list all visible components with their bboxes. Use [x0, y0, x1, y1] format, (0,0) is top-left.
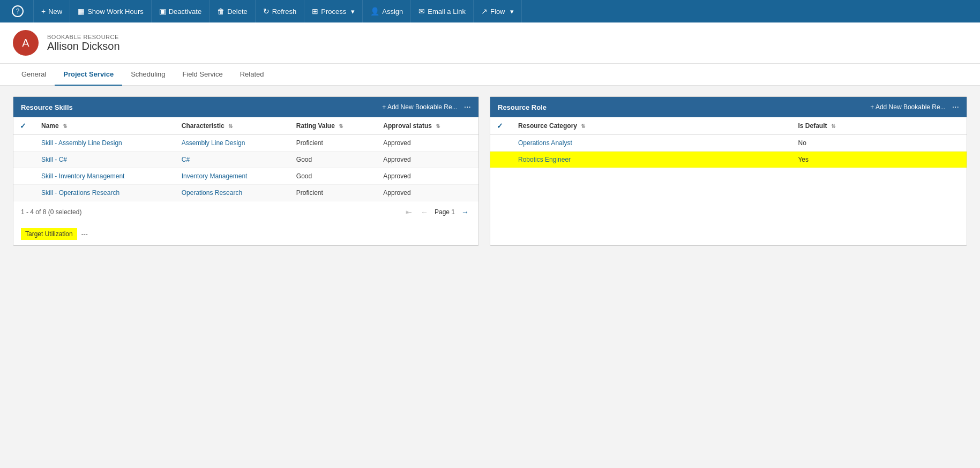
resource-role-table: ✓ Resource Category ⇅ Is Default ⇅ Opera…: [490, 117, 967, 168]
table-row: Skill - Inventory Management Inventory M…: [13, 168, 478, 185]
sort-category-icon: ⇅: [581, 123, 585, 129]
resource-skills-header: Resource Skills + Add New Bookable Re...…: [13, 97, 478, 117]
calendar-icon: ▦: [78, 7, 85, 16]
plus-icon: +: [41, 7, 46, 16]
entity-info: BOOKABLE RESOURCE Allison Dickson: [47, 34, 120, 52]
approval-cell: Approved: [377, 135, 478, 152]
delete-icon: 🗑: [217, 7, 225, 16]
approval-cell: Approved: [377, 152, 478, 168]
row-check[interactable]: [13, 168, 35, 185]
process-dropdown-icon: ▾: [351, 7, 355, 16]
nav-new[interactable]: + New: [34, 0, 70, 22]
nav-show-work-hours[interactable]: ▦ Show Work Hours: [70, 0, 152, 22]
tab-scheduling[interactable]: Scheduling: [122, 64, 174, 86]
rating-cell: Good: [290, 152, 377, 168]
page-header: A BOOKABLE RESOURCE Allison Dickson: [0, 22, 980, 64]
resource-skills-title: Resource Skills: [21, 103, 73, 111]
nav-delete[interactable]: 🗑 Delete: [210, 0, 256, 22]
tab-project-service[interactable]: Project Service: [55, 64, 122, 86]
target-utilization-value: ---: [81, 230, 88, 238]
sort-characteristic-icon: ⇅: [228, 123, 233, 129]
row-check[interactable]: [13, 152, 35, 168]
resource-skills-table: ✓ Name ⇅ Characteristic ⇅ Rating Value ⇅: [13, 117, 478, 201]
add-resource-role-button[interactable]: + Add New Bookable Re...: [870, 103, 945, 111]
row-check[interactable]: [13, 135, 35, 152]
entity-name: Allison Dickson: [47, 40, 120, 52]
sort-default-icon: ⇅: [831, 123, 835, 129]
role-default-cell: No: [791, 135, 967, 152]
resource-skills-actions: + Add New Bookable Re... ···: [382, 102, 471, 112]
skill-name-cell[interactable]: Skill - Assembly Line Design: [35, 135, 175, 152]
col-is-default[interactable]: Is Default ⇅: [791, 117, 967, 135]
characteristic-cell[interactable]: C#: [175, 152, 290, 168]
table-row: Skill - C# C# Good Approved: [13, 152, 478, 168]
role-col-check: ✓: [490, 117, 512, 135]
role-row-check[interactable]: [490, 152, 512, 168]
target-utilization-section: Target Utilization ---: [13, 223, 478, 245]
entity-type-label: BOOKABLE RESOURCE: [47, 34, 120, 40]
resource-role-header: Resource Role + Add New Bookable Re... ·…: [490, 97, 967, 117]
role-category-cell[interactable]: Operations Analyst: [512, 135, 791, 152]
pagination-summary: 1 - 4 of 8 (0 selected): [21, 208, 81, 216]
pag-first-button[interactable]: ⇤: [403, 207, 414, 217]
nav-refresh[interactable]: ↻ Refresh: [256, 0, 305, 22]
nav-process[interactable]: ⊞ Process ▾: [304, 0, 363, 22]
refresh-icon: ↻: [263, 7, 270, 16]
pagination: 1 - 4 of 8 (0 selected) ⇤ ← Page 1 →: [13, 201, 478, 223]
resource-skills-panel: Resource Skills + Add New Bookable Re...…: [13, 96, 479, 246]
col-characteristic[interactable]: Characteristic ⇅: [175, 117, 290, 135]
entity-icon: A: [13, 30, 39, 56]
sort-name-icon: ⇅: [63, 123, 67, 129]
col-resource-category[interactable]: Resource Category ⇅: [512, 117, 791, 135]
col-approval-status[interactable]: Approval status ⇅: [377, 117, 478, 135]
add-resource-skill-button[interactable]: + Add New Bookable Re...: [382, 103, 457, 111]
rating-cell: Proficient: [290, 135, 377, 152]
tab-related[interactable]: Related: [231, 64, 273, 86]
pag-prev-button[interactable]: ←: [418, 207, 430, 217]
role-row-check[interactable]: [490, 135, 512, 152]
approval-cell: Approved: [377, 185, 478, 201]
resource-skills-more-button[interactable]: ···: [464, 102, 471, 112]
deactivate-icon: ▣: [159, 7, 166, 16]
flow-dropdown-icon: ▾: [510, 7, 514, 16]
col-name[interactable]: Name ⇅: [35, 117, 175, 135]
tab-general[interactable]: General: [13, 64, 55, 86]
role-category-cell[interactable]: Robotics Engineer: [512, 152, 791, 168]
table-row: Skill - Assembly Line Design Assembly Li…: [13, 135, 478, 152]
assign-icon: 👤: [370, 7, 379, 16]
role-default-cell: Yes: [791, 152, 967, 168]
table-row: Robotics Engineer Yes: [490, 152, 967, 168]
pag-next-button[interactable]: →: [459, 207, 471, 217]
resource-role-actions: + Add New Bookable Re... ···: [870, 102, 959, 112]
nav-flow[interactable]: ↗ Flow ▾: [474, 0, 521, 22]
help-icon: ?: [12, 5, 24, 17]
col-check: ✓: [13, 117, 35, 135]
skill-name-cell[interactable]: Skill - C#: [35, 152, 175, 168]
skill-name-cell[interactable]: Skill - Inventory Management: [35, 168, 175, 185]
characteristic-cell[interactable]: Inventory Management: [175, 168, 290, 185]
flow-icon: ↗: [481, 7, 488, 16]
resource-role-panel: Resource Role + Add New Bookable Re... ·…: [490, 96, 967, 246]
main-content: Resource Skills + Add New Bookable Re...…: [0, 86, 980, 256]
resource-role-title: Resource Role: [498, 103, 547, 111]
sort-approval-icon: ⇅: [436, 123, 440, 129]
characteristic-cell[interactable]: Operations Research: [175, 185, 290, 201]
nav-help[interactable]: ?: [4, 0, 34, 22]
resource-role-more-button[interactable]: ···: [952, 102, 959, 112]
row-check[interactable]: [13, 185, 35, 201]
page-number: Page 1: [435, 208, 455, 216]
nav-email-link[interactable]: ✉ Email a Link: [411, 0, 474, 22]
skill-name-cell[interactable]: Skill - Operations Research: [35, 185, 175, 201]
rating-cell: Proficient: [290, 185, 377, 201]
col-rating-value[interactable]: Rating Value ⇅: [290, 117, 377, 135]
approval-cell: Approved: [377, 168, 478, 185]
email-icon: ✉: [418, 7, 425, 16]
top-navigation: ? + New ▦ Show Work Hours ▣ Deactivate 🗑…: [0, 0, 980, 22]
target-utilization-label: Target Utilization: [21, 228, 77, 240]
characteristic-cell[interactable]: Assembly Line Design: [175, 135, 290, 152]
nav-assign[interactable]: 👤 Assign: [363, 0, 411, 22]
tab-navigation: General Project Service Scheduling Field…: [0, 64, 980, 86]
tab-field-service[interactable]: Field Service: [174, 64, 231, 86]
nav-deactivate[interactable]: ▣ Deactivate: [152, 0, 210, 22]
rating-cell: Good: [290, 168, 377, 185]
